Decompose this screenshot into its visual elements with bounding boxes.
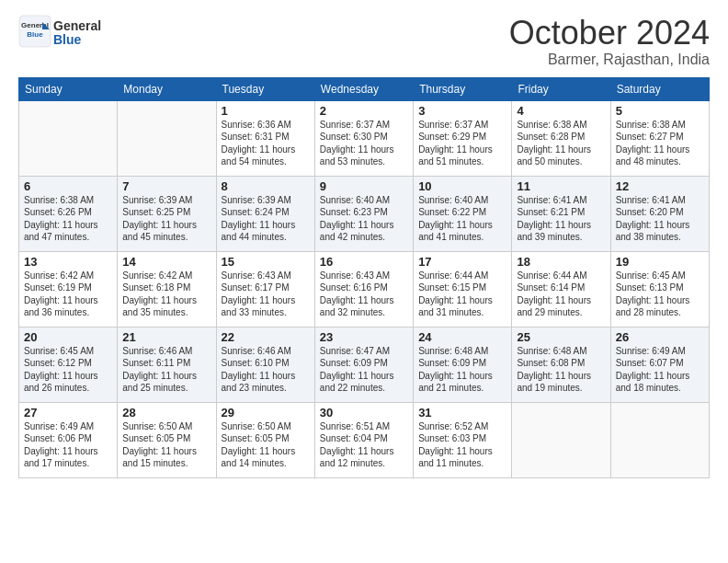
day-number: 28 (122, 406, 210, 419)
calendar-cell: 25Sunrise: 6:48 AM Sunset: 6:08 PM Dayli… (512, 327, 610, 402)
calendar-cell: 1Sunrise: 6:36 AM Sunset: 6:31 PM Daylig… (216, 100, 314, 176)
logo-blue-text: Blue (53, 33, 101, 47)
calendar-cell: 21Sunrise: 6:46 AM Sunset: 6:11 PM Dayli… (118, 327, 216, 402)
col-tuesday: Tuesday (216, 77, 314, 100)
day-number: 10 (418, 179, 506, 193)
day-info: Sunrise: 6:43 AM Sunset: 6:16 PM Dayligh… (320, 270, 408, 319)
day-number: 11 (517, 179, 605, 193)
calendar-cell: 8Sunrise: 6:39 AM Sunset: 6:24 PM Daylig… (216, 176, 314, 251)
svg-text:Blue: Blue (27, 30, 43, 39)
calendar-cell (610, 402, 709, 477)
calendar-cell: 23Sunrise: 6:47 AM Sunset: 6:09 PM Dayli… (314, 327, 413, 402)
day-number: 26 (616, 330, 704, 344)
logo-icon: General Blue (18, 15, 51, 48)
location: Barmer, Rajasthan, India (509, 52, 710, 68)
calendar-cell: 22Sunrise: 6:46 AM Sunset: 6:10 PM Dayli… (216, 327, 314, 402)
calendar-cell: 4Sunrise: 6:38 AM Sunset: 6:28 PM Daylig… (512, 100, 610, 176)
day-number: 7 (122, 179, 210, 193)
day-info: Sunrise: 6:46 AM Sunset: 6:11 PM Dayligh… (122, 345, 210, 395)
col-sunday: Sunday (19, 77, 118, 100)
day-number: 24 (418, 330, 506, 344)
title-block: October 2024 Barmer, Rajasthan, India (509, 15, 710, 68)
day-info: Sunrise: 6:50 AM Sunset: 6:05 PM Dayligh… (222, 420, 310, 470)
calendar-cell: 11Sunrise: 6:41 AM Sunset: 6:21 PM Dayli… (512, 176, 610, 251)
day-info: Sunrise: 6:41 AM Sunset: 6:20 PM Dayligh… (616, 194, 704, 244)
day-number: 3 (418, 104, 506, 118)
calendar-cell: 30Sunrise: 6:51 AM Sunset: 6:04 PM Dayli… (314, 402, 413, 477)
calendar-cell: 15Sunrise: 6:43 AM Sunset: 6:17 PM Dayli… (216, 251, 314, 327)
day-info: Sunrise: 6:49 AM Sunset: 6:07 PM Dayligh… (616, 345, 704, 395)
calendar-week-4: 20Sunrise: 6:45 AM Sunset: 6:12 PM Dayli… (19, 327, 710, 402)
logo-general-text: General (53, 19, 101, 33)
day-info: Sunrise: 6:43 AM Sunset: 6:17 PM Dayligh… (222, 270, 310, 319)
calendar-cell: 14Sunrise: 6:42 AM Sunset: 6:18 PM Dayli… (118, 251, 216, 327)
calendar-cell (512, 402, 610, 477)
calendar-cell: 28Sunrise: 6:50 AM Sunset: 6:05 PM Dayli… (118, 402, 216, 477)
day-info: Sunrise: 6:38 AM Sunset: 6:28 PM Dayligh… (517, 119, 605, 168)
calendar-cell: 16Sunrise: 6:43 AM Sunset: 6:16 PM Dayli… (314, 251, 413, 327)
day-number: 27 (24, 406, 112, 419)
calendar-cell (19, 100, 118, 176)
day-number: 8 (222, 179, 310, 193)
col-saturday: Saturday (610, 77, 709, 100)
day-number: 5 (616, 104, 704, 118)
calendar-cell: 17Sunrise: 6:44 AM Sunset: 6:15 PM Dayli… (414, 251, 512, 327)
day-number: 31 (418, 406, 506, 419)
day-info: Sunrise: 6:37 AM Sunset: 6:29 PM Dayligh… (418, 119, 506, 168)
calendar-week-1: 1Sunrise: 6:36 AM Sunset: 6:31 PM Daylig… (19, 100, 710, 176)
day-info: Sunrise: 6:41 AM Sunset: 6:21 PM Dayligh… (517, 194, 605, 244)
day-number: 6 (24, 179, 112, 193)
day-number: 15 (222, 255, 310, 269)
day-number: 9 (320, 179, 408, 193)
day-info: Sunrise: 6:42 AM Sunset: 6:18 PM Dayligh… (122, 270, 210, 319)
day-number: 12 (616, 179, 704, 193)
day-info: Sunrise: 6:52 AM Sunset: 6:03 PM Dayligh… (418, 420, 506, 470)
col-wednesday: Wednesday (314, 77, 413, 100)
day-info: Sunrise: 6:38 AM Sunset: 6:27 PM Dayligh… (616, 119, 704, 168)
calendar-cell: 6Sunrise: 6:38 AM Sunset: 6:26 PM Daylig… (19, 176, 118, 251)
header: General Blue General Blue October 2024 B… (18, 15, 710, 68)
day-info: Sunrise: 6:42 AM Sunset: 6:19 PM Dayligh… (24, 270, 112, 319)
calendar-cell: 12Sunrise: 6:41 AM Sunset: 6:20 PM Dayli… (610, 176, 709, 251)
calendar-cell: 3Sunrise: 6:37 AM Sunset: 6:29 PM Daylig… (414, 100, 512, 176)
day-number: 18 (517, 255, 605, 269)
calendar-cell: 26Sunrise: 6:49 AM Sunset: 6:07 PM Dayli… (610, 327, 709, 402)
day-number: 21 (122, 330, 210, 344)
day-number: 25 (517, 330, 605, 344)
day-number: 19 (616, 255, 704, 269)
day-number: 13 (24, 255, 112, 269)
col-thursday: Thursday (414, 77, 512, 100)
day-info: Sunrise: 6:44 AM Sunset: 6:15 PM Dayligh… (418, 270, 506, 319)
day-info: Sunrise: 6:39 AM Sunset: 6:24 PM Dayligh… (222, 194, 310, 244)
calendar-cell (118, 100, 216, 176)
day-info: Sunrise: 6:40 AM Sunset: 6:23 PM Dayligh… (320, 194, 408, 244)
day-number: 29 (222, 406, 310, 419)
day-info: Sunrise: 6:45 AM Sunset: 6:13 PM Dayligh… (616, 270, 704, 319)
calendar-cell: 9Sunrise: 6:40 AM Sunset: 6:23 PM Daylig… (314, 176, 413, 251)
day-info: Sunrise: 6:38 AM Sunset: 6:26 PM Dayligh… (24, 194, 112, 244)
day-number: 17 (418, 255, 506, 269)
day-info: Sunrise: 6:50 AM Sunset: 6:05 PM Dayligh… (122, 420, 210, 470)
day-info: Sunrise: 6:37 AM Sunset: 6:30 PM Dayligh… (320, 119, 408, 168)
day-info: Sunrise: 6:48 AM Sunset: 6:09 PM Dayligh… (418, 345, 506, 395)
col-monday: Monday (118, 77, 216, 100)
month-title: October 2024 (509, 15, 710, 52)
day-info: Sunrise: 6:48 AM Sunset: 6:08 PM Dayligh… (517, 345, 605, 395)
day-info: Sunrise: 6:49 AM Sunset: 6:06 PM Dayligh… (24, 420, 112, 470)
calendar-week-3: 13Sunrise: 6:42 AM Sunset: 6:19 PM Dayli… (19, 251, 710, 327)
day-info: Sunrise: 6:51 AM Sunset: 6:04 PM Dayligh… (320, 420, 408, 470)
calendar-week-2: 6Sunrise: 6:38 AM Sunset: 6:26 PM Daylig… (19, 176, 710, 251)
day-number: 16 (320, 255, 408, 269)
calendar-table: Sunday Monday Tuesday Wednesday Thursday… (18, 77, 710, 478)
calendar-cell: 24Sunrise: 6:48 AM Sunset: 6:09 PM Dayli… (414, 327, 512, 402)
day-number: 20 (24, 330, 112, 344)
calendar-week-5: 27Sunrise: 6:49 AM Sunset: 6:06 PM Dayli… (19, 402, 710, 477)
day-number: 14 (122, 255, 210, 269)
calendar-cell: 29Sunrise: 6:50 AM Sunset: 6:05 PM Dayli… (216, 402, 314, 477)
calendar-cell: 7Sunrise: 6:39 AM Sunset: 6:25 PM Daylig… (118, 176, 216, 251)
calendar-cell: 18Sunrise: 6:44 AM Sunset: 6:14 PM Dayli… (512, 251, 610, 327)
day-info: Sunrise: 6:44 AM Sunset: 6:14 PM Dayligh… (517, 270, 605, 319)
day-info: Sunrise: 6:47 AM Sunset: 6:09 PM Dayligh… (320, 345, 408, 395)
calendar-header-row: Sunday Monday Tuesday Wednesday Thursday… (19, 77, 710, 100)
day-info: Sunrise: 6:36 AM Sunset: 6:31 PM Dayligh… (222, 119, 310, 168)
